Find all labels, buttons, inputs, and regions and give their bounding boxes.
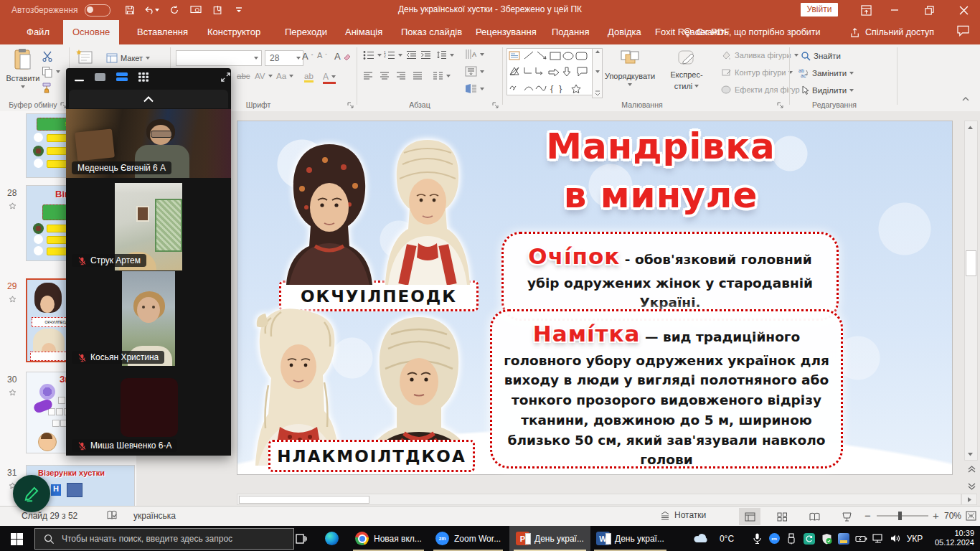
ochipok-definition-box[interactable]: Очі́пок - обов'язковий головний убір одр…	[501, 232, 839, 321]
taskbar-search-input[interactable]: Чтобы начать поиск, введите здесь запрос	[34, 528, 294, 550]
usb-tray-icon[interactable]	[783, 526, 799, 551]
bullets-icon[interactable]	[363, 50, 382, 60]
grow-font-icon[interactable]: Aˆ	[302, 51, 313, 62]
align-center-icon[interactable]	[380, 72, 390, 80]
zoom-tray-icon[interactable]: zm	[766, 526, 782, 551]
security-shield-tray-icon[interactable]	[818, 526, 835, 551]
tab-slideshow[interactable]: Показ слайдів	[392, 20, 471, 44]
highlight-color-icon[interactable]: ab	[304, 72, 314, 83]
tab-review[interactable]: Рецензування	[466, 20, 546, 44]
find-button[interactable]: Знайти	[801, 51, 841, 61]
reading-view-button[interactable]	[804, 508, 825, 525]
tell-me-box[interactable]: Скажіть, що потрібно зробити	[683, 20, 821, 44]
align-right-icon[interactable]	[396, 72, 406, 80]
columns-icon[interactable]	[433, 72, 451, 80]
scroll-up-icon[interactable]	[965, 121, 976, 133]
zoom-annotate-button[interactable]	[13, 475, 50, 512]
battery-tray-icon[interactable]	[852, 526, 870, 551]
zoom-out-button[interactable]: −	[864, 509, 871, 522]
zoom-grid-view-icon[interactable]	[138, 72, 149, 85]
keyboard-language[interactable]: УКР	[903, 526, 927, 551]
participant-tile-4[interactable]: Миша Шевченко 6-А	[66, 375, 231, 456]
shape-outline-button[interactable]: Контур фігури	[721, 67, 793, 77]
slide-canvas[interactable]: Мандрівка в минуле	[237, 121, 953, 475]
shape-effects-button[interactable]: Ефекти для фігур	[721, 85, 807, 95]
justify-icon[interactable]	[413, 72, 423, 80]
language-status[interactable]: українська	[133, 511, 176, 521]
comments-icon[interactable]	[957, 25, 969, 39]
zoom-minimize-icon[interactable]	[75, 72, 85, 85]
share-button[interactable]: Спільний доступ	[850, 20, 934, 44]
restore-button[interactable]	[917, 0, 941, 20]
temperature-label[interactable]: 0°C	[715, 526, 739, 551]
horizontal-scrollbar[interactable]	[237, 494, 961, 505]
namitka-definition-box[interactable]: Намі́тка — вид традиційного головного уб…	[490, 309, 843, 468]
zoom-speaker-view-icon[interactable]	[95, 72, 106, 85]
previous-slide-icon[interactable]	[968, 463, 976, 476]
format-painter-icon[interactable]	[42, 82, 53, 93]
increase-indent-icon[interactable]	[420, 50, 431, 60]
decrease-indent-icon[interactable]	[406, 50, 417, 60]
shapes-gallery[interactable]: { }	[507, 48, 593, 95]
scroll-down-icon[interactable]	[965, 448, 976, 460]
slideshow-view-button[interactable]	[836, 508, 857, 525]
scroll-right-icon[interactable]	[961, 494, 977, 505]
convert-smartart-icon[interactable]	[465, 83, 484, 94]
weather-cloud-icon[interactable]	[690, 526, 712, 551]
replace-button[interactable]: abac Замінити	[798, 68, 854, 78]
shapes-gallery-scroll[interactable]	[592, 48, 603, 98]
tab-help[interactable]: Довідка	[598, 20, 651, 44]
tab-view[interactable]: Подання	[542, 20, 599, 44]
tab-design[interactable]: Конструктор	[198, 20, 270, 44]
notes-button[interactable]: Нотатки	[660, 510, 706, 520]
font-color-icon[interactable]: A	[323, 72, 336, 84]
start-button[interactable]	[7, 531, 26, 547]
mic-tray-icon[interactable]	[749, 526, 765, 551]
tab-insert[interactable]: Вставлення	[128, 20, 197, 44]
select-button[interactable]: Виділити	[801, 85, 854, 95]
blue-app-tray-icon[interactable]	[835, 526, 852, 551]
chrome-taskbar-button[interactable]: Новая вкл...	[349, 526, 428, 551]
shape-fill-button[interactable]: Заливка фігури	[721, 50, 798, 60]
align-left-icon[interactable]	[363, 72, 373, 80]
zoom-collapse-strip[interactable]	[69, 90, 228, 108]
zoom-slider-track[interactable]	[877, 515, 928, 517]
anagram-label-2[interactable]: НЛАКМОІЛТДКОА	[268, 440, 475, 472]
ribbon-display-options-icon[interactable]	[854, 0, 878, 20]
paragraph-dialog-launcher[interactable]	[492, 101, 499, 108]
minimize-button[interactable]	[882, 0, 907, 20]
zoom-taskbar-button[interactable]: zm Zoom Wor...	[429, 526, 507, 551]
quick-styles-button[interactable]: Експрес- стилі	[661, 49, 712, 90]
edge-taskbar-icon[interactable]	[319, 526, 344, 551]
clear-formatting-icon[interactable]: A	[334, 51, 351, 62]
normal-view-button[interactable]	[739, 508, 760, 525]
font-size-combobox[interactable]: 28	[265, 50, 303, 66]
collapse-ribbon-icon[interactable]	[961, 95, 970, 102]
shrink-font-icon[interactable]: Aˇ	[317, 51, 327, 60]
zoom-in-button[interactable]: +	[933, 509, 939, 522]
zoom-percentage[interactable]: 70%	[944, 511, 961, 521]
close-button[interactable]	[951, 0, 976, 20]
zoom-slider-thumb[interactable]	[898, 512, 902, 520]
network-tray-icon[interactable]	[870, 526, 887, 551]
change-case-icon[interactable]: Aa	[276, 72, 293, 80]
participant-tile-3[interactable]: Косьян Христина	[66, 271, 231, 367]
zoom-gallery-strip-icon[interactable]	[116, 72, 128, 85]
tab-file[interactable]: Файл	[17, 20, 59, 44]
word-taskbar-button[interactable]: W День украї...	[590, 526, 671, 551]
tab-home[interactable]: Основне	[63, 20, 119, 44]
participant-tile-1[interactable]: Меденець Євгеній 6 А	[66, 109, 231, 178]
line-spacing-icon[interactable]	[436, 50, 454, 60]
tab-animations[interactable]: Анімація	[336, 20, 392, 44]
font-name-combobox[interactable]	[176, 50, 262, 66]
spellcheck-icon[interactable]	[106, 510, 118, 523]
new-slide-icon[interactable]	[75, 48, 95, 68]
paste-button[interactable]: Вставити	[6, 48, 40, 88]
vertical-scrollbar[interactable]	[964, 121, 978, 461]
taskbar-clock[interactable]: 10:39 05.12.2024	[930, 529, 974, 547]
powerpoint-taskbar-button[interactable]: P День украї...	[509, 526, 590, 551]
numbering-icon[interactable]: 12	[384, 50, 402, 60]
zoom-expand-icon[interactable]	[220, 72, 231, 85]
font-dialog-launcher[interactable]	[347, 101, 354, 108]
layout-button[interactable]: Макет	[106, 53, 150, 63]
